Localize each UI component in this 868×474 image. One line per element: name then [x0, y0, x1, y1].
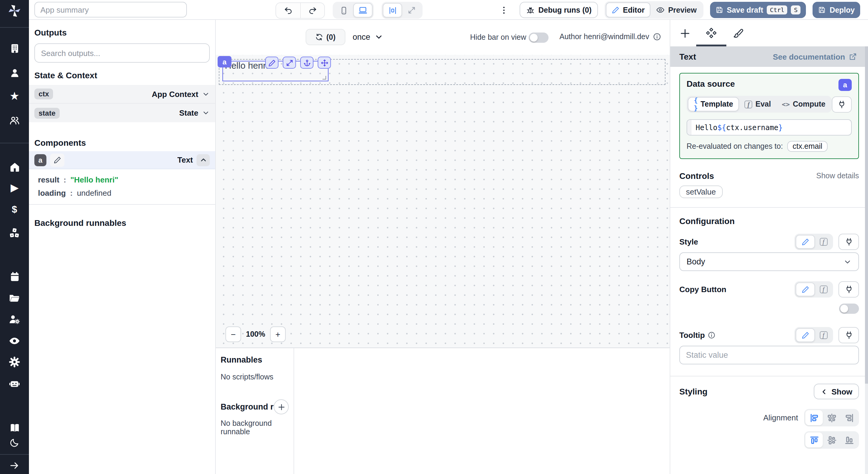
- see-documentation-link[interactable]: See documentation: [773, 52, 857, 61]
- app-canvas[interactable]: a: [216, 55, 670, 347]
- template-mode-tab[interactable]: { } Template: [688, 97, 739, 111]
- insert-component-tab[interactable]: [679, 27, 691, 39]
- zoom-in-button[interactable]: +: [270, 327, 286, 342]
- desktop-view-button[interactable]: [353, 3, 373, 18]
- align-center-horizontal-button[interactable]: [823, 410, 840, 425]
- zoom-out-button[interactable]: −: [225, 327, 241, 342]
- resize-handle[interactable]: [322, 76, 326, 79]
- tooltip-static-mode-button[interactable]: [796, 328, 815, 342]
- setvalue-control-chip[interactable]: setValue: [679, 185, 722, 198]
- compute-mode-tab[interactable]: <> Compute: [776, 97, 831, 111]
- settings-tab-bar: [670, 20, 868, 46]
- reeval-dependency-chip[interactable]: ctx.email: [787, 141, 828, 152]
- info-icon[interactable]: [708, 331, 716, 339]
- anchor-component-button[interactable]: [300, 57, 313, 69]
- eval-mode-tab[interactable]: f Eval: [739, 97, 776, 111]
- chevron-down-icon: [202, 90, 210, 98]
- audit-eye-icon[interactable]: [0, 334, 29, 347]
- align-bottom-button[interactable]: [840, 433, 858, 447]
- redo-button[interactable]: [300, 3, 324, 18]
- right-panel-scrollbar-thumb[interactable]: [865, 46, 868, 384]
- folders-icon[interactable]: [0, 292, 29, 305]
- workspace-building-icon[interactable]: [0, 41, 29, 55]
- info-icon[interactable]: [653, 33, 661, 41]
- add-background-runnable-button[interactable]: [274, 399, 289, 414]
- style-select[interactable]: Body: [679, 252, 859, 271]
- tooltip-plug-button[interactable]: [838, 327, 859, 343]
- selected-component-badge: a: [218, 56, 231, 67]
- user-icon[interactable]: [0, 66, 29, 79]
- runs-play-icon[interactable]: ▶: [0, 181, 29, 195]
- schedules-calendar-icon[interactable]: [0, 270, 29, 283]
- kbd-ctrl: Ctrl: [767, 5, 787, 14]
- collapse-component-button[interactable]: [196, 154, 210, 166]
- preview-tab[interactable]: Preview: [651, 5, 702, 14]
- sidebar-divider: [0, 454, 29, 455]
- plug-icon: [837, 100, 846, 109]
- ctx-row[interactable]: ctx App Context: [29, 85, 215, 104]
- align-right-button[interactable]: [840, 410, 858, 425]
- debug-runs-button[interactable]: Debug runs (0): [520, 2, 598, 18]
- component-settings-tab[interactable]: [705, 27, 717, 39]
- mobile-view-button[interactable]: [334, 3, 353, 18]
- groups-settings-icon[interactable]: [0, 313, 29, 326]
- spacing-guides-button[interactable]: [383, 3, 402, 18]
- run-mode-dropdown[interactable]: once: [352, 29, 384, 45]
- style-plug-button[interactable]: [838, 234, 859, 250]
- deploy-button[interactable]: Deploy: [813, 2, 860, 18]
- undo-button[interactable]: [276, 3, 300, 18]
- ctx-badge: ctx: [34, 89, 53, 99]
- style-static-mode-button[interactable]: [796, 235, 815, 249]
- tooltip-eval-mode-button[interactable]: f: [815, 328, 832, 342]
- app-summary-input[interactable]: [34, 2, 187, 18]
- favorites-star-icon[interactable]: ★: [0, 90, 29, 103]
- result-prop-row[interactable]: result : "Hello henri": [31, 173, 213, 186]
- settings-gear-icon[interactable]: [0, 356, 29, 369]
- connect-plug-button[interactable]: [832, 96, 852, 112]
- copy-button-toggle[interactable]: [839, 304, 859, 314]
- variables-dollar-icon[interactable]: $: [0, 203, 29, 216]
- fullscreen-button[interactable]: [402, 3, 421, 18]
- move-component-button[interactable]: [318, 57, 331, 69]
- state-row[interactable]: state State: [29, 104, 215, 122]
- copy-plug-button[interactable]: [838, 281, 859, 298]
- align-center-vertical-button[interactable]: [823, 433, 840, 447]
- styling-show-button[interactable]: Show: [814, 384, 859, 399]
- docs-book-icon[interactable]: [0, 421, 29, 434]
- editor-tab[interactable]: Editor: [606, 2, 651, 18]
- horizontal-align-group: [804, 409, 859, 427]
- align-top-button[interactable]: [805, 433, 823, 447]
- refresh-count: (0): [327, 33, 336, 41]
- save-draft-button[interactable]: Save draft Ctrl S: [710, 2, 806, 18]
- style-eval-mode-button[interactable]: f: [815, 235, 832, 249]
- dark-mode-moon-icon[interactable]: [0, 436, 29, 449]
- groups-users-icon[interactable]: [0, 114, 29, 127]
- more-options-icon[interactable]: [498, 5, 509, 15]
- align-left-button[interactable]: [805, 410, 823, 425]
- author-info: Author henri@windmill.dev: [559, 33, 661, 41]
- component-row-a[interactable]: a Text: [29, 151, 215, 169]
- hide-bar-toggle[interactable]: [529, 33, 549, 43]
- copy-static-mode-button[interactable]: [796, 282, 815, 296]
- runnables-panel: Runnables No scripts/flows Background ru…: [216, 347, 670, 474]
- edit-component-button[interactable]: [265, 57, 278, 69]
- loading-prop-row[interactable]: loading : undefined: [31, 186, 213, 199]
- ai-robot-icon[interactable]: [0, 377, 29, 390]
- template-code-input[interactable]: Hello ${ctx.username}: [687, 119, 852, 136]
- expand-sidebar-arrow-icon[interactable]: [0, 459, 29, 472]
- hide-bar-label: Hide bar on view: [470, 33, 526, 41]
- expand-component-button[interactable]: [283, 57, 296, 69]
- copy-eval-mode-button[interactable]: f: [815, 282, 832, 296]
- home-icon[interactable]: [0, 160, 29, 173]
- controls-section-header: Controls Show details: [679, 171, 859, 181]
- windmill-logo-icon[interactable]: [0, 4, 29, 18]
- show-details-link[interactable]: Show details: [816, 172, 859, 180]
- refresh-app-button[interactable]: (0): [306, 29, 345, 45]
- tooltip-value-input[interactable]: [679, 346, 859, 364]
- styling-tab[interactable]: [732, 27, 744, 39]
- edit-component-id-icon[interactable]: [50, 153, 64, 167]
- resources-cubes-icon[interactable]: [0, 227, 29, 240]
- save-icon: [715, 6, 723, 14]
- search-outputs-input[interactable]: [34, 43, 210, 63]
- component-outputs: result : "Hello henri" loading : undefin…: [29, 169, 215, 205]
